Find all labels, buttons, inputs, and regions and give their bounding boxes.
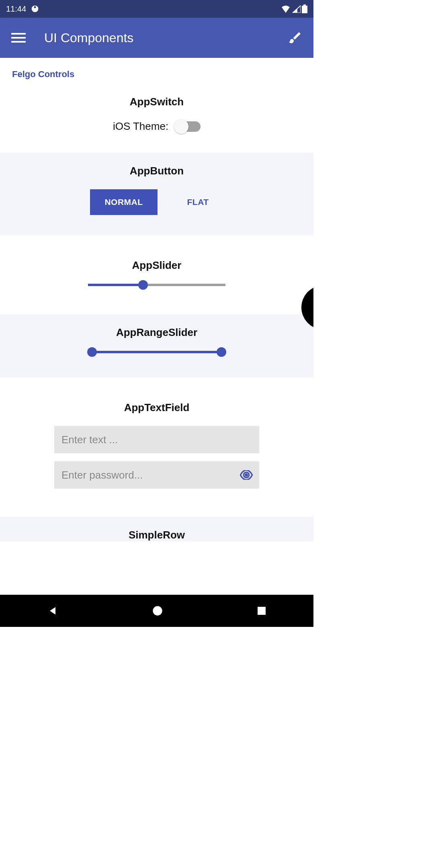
recent-icon[interactable] xyxy=(257,606,266,616)
password-input-field[interactable] xyxy=(54,461,259,489)
content: Felgo Controls AppSwitch iOS Theme: AppB… xyxy=(0,58,313,541)
slider-thumb[interactable] xyxy=(138,280,148,290)
wifi-icon xyxy=(281,5,291,13)
signal-icon xyxy=(292,5,301,13)
range-slider[interactable] xyxy=(88,351,225,353)
appslider-title: AppSlider xyxy=(0,259,313,272)
range-thumb-right[interactable] xyxy=(217,347,226,357)
simplerow-title: SimpleRow xyxy=(0,529,313,541)
theme-switch[interactable] xyxy=(176,121,201,132)
svg-point-4 xyxy=(245,473,248,477)
status-bar: 11:44 xyxy=(0,0,313,18)
app-title: UI Components xyxy=(44,31,133,45)
battery-icon xyxy=(302,4,307,13)
menu-icon[interactable] xyxy=(11,33,26,43)
back-icon[interactable] xyxy=(47,605,58,616)
status-right xyxy=(281,4,307,13)
status-time: 11:44 xyxy=(6,4,26,14)
status-left: 11:44 xyxy=(6,4,39,14)
section-label: Felgo Controls xyxy=(0,58,313,84)
apprangeslider-card: AppRangeSlider xyxy=(0,314,313,377)
svg-point-5 xyxy=(153,606,162,615)
eye-icon[interactable] xyxy=(240,470,253,480)
appslider-card: AppSlider xyxy=(0,235,313,314)
app-bar: UI Components xyxy=(0,18,313,58)
simplerow-card: SimpleRow xyxy=(0,517,313,541)
appswitch-title: AppSwitch xyxy=(0,96,313,108)
text-input[interactable] xyxy=(61,434,252,446)
flat-button[interactable]: FLAT xyxy=(173,189,223,215)
nav-bar xyxy=(0,595,313,627)
apptextfield-title: AppTextField xyxy=(0,401,313,414)
svg-rect-6 xyxy=(258,607,266,615)
appswitch-card: AppSwitch iOS Theme: xyxy=(0,84,313,153)
appbutton-title: AppButton xyxy=(0,165,313,177)
range-thumb-left[interactable] xyxy=(87,347,97,357)
svg-point-1 xyxy=(34,6,36,8)
apptextfield-card: AppTextField xyxy=(0,377,313,517)
home-icon[interactable] xyxy=(152,605,163,616)
text-input-field[interactable] xyxy=(54,426,259,453)
switch-label: iOS Theme: xyxy=(113,120,168,133)
svg-rect-2 xyxy=(303,4,306,6)
brush-icon[interactable] xyxy=(288,31,302,45)
normal-button[interactable]: NORMAL xyxy=(90,189,157,215)
slider[interactable] xyxy=(88,284,225,286)
svg-rect-3 xyxy=(302,6,307,13)
notification-icon xyxy=(31,5,39,13)
password-input[interactable] xyxy=(61,469,252,481)
apprangeslider-title: AppRangeSlider xyxy=(0,326,313,339)
appbutton-card: AppButton NORMAL FLAT xyxy=(0,153,313,235)
